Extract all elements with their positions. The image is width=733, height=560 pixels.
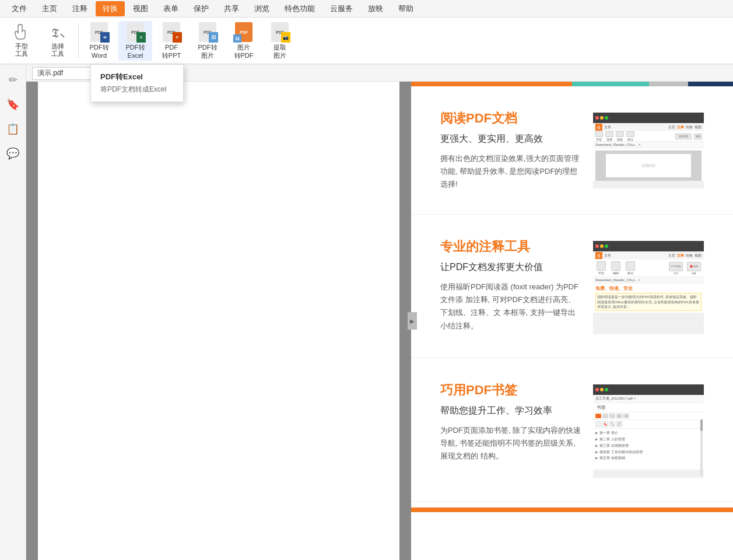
extract-image-icon: PDF 📷 bbox=[269, 22, 290, 43]
bottom-accent-bar bbox=[411, 508, 733, 512]
pdf-to-image-label: PDF转图片 bbox=[198, 44, 218, 59]
sidebar-pencil-icon[interactable]: ✏ bbox=[4, 71, 22, 89]
pdf-to-ppt-icon: PDF P bbox=[161, 22, 182, 43]
pdf-to-word-button[interactable]: PDF W PDF转Word bbox=[82, 21, 116, 61]
menu-slideshow[interactable]: 放映 bbox=[361, 1, 390, 16]
color-seg-teal bbox=[572, 82, 649, 86]
pdf-to-ppt-button[interactable]: PDF P PDF转PPT bbox=[155, 21, 188, 61]
menu-feature[interactable]: 特色功能 bbox=[278, 1, 322, 16]
sidebar-bookmark-icon[interactable]: 🔖 bbox=[4, 96, 22, 113]
toolbar: 手型工具 𝕿 选择工具 PDF W PDF转Word bbox=[0, 18, 733, 64]
menu-share[interactable]: 共享 bbox=[217, 1, 246, 16]
tooltip-description: 将PDF文档转成Excel bbox=[100, 85, 174, 94]
document-page bbox=[38, 82, 399, 560]
section-annotate-text: 专业的注释工具 让PDF文档发挥更大价值 使用福昕PDF阅读器 (foxit r… bbox=[440, 238, 581, 332]
extract-image-button[interactable]: PDF 📷 提取图片 bbox=[263, 21, 297, 61]
left-panel: ▶ bbox=[26, 82, 411, 560]
tooltip-title: PDF转Excel bbox=[100, 72, 174, 82]
section-read-subtitle: 更强大、更实用、更高效 bbox=[440, 133, 581, 145]
menu-annotate[interactable]: 注释 bbox=[65, 1, 94, 16]
section-read-preview: G 文件 主页 注释 转换 视图 手型 选 bbox=[593, 113, 704, 188]
pdf-to-image-icon: PDF 🖼 bbox=[197, 22, 218, 43]
section-bookmark-text: 巧用PDF书签 帮助您提升工作、学习效率 为PDF页面添加书签, 除了实现内容的… bbox=[440, 382, 581, 463]
select-icon: 𝕿 bbox=[47, 23, 68, 42]
hand-tool-button[interactable]: 手型工具 bbox=[5, 21, 38, 61]
pdf-to-image-button[interactable]: PDF 🖼 PDF转图片 bbox=[191, 21, 225, 61]
pdf-to-excel-icon: PDF X bbox=[125, 22, 146, 43]
section-bookmark-title: 巧用PDF书签 bbox=[440, 382, 581, 399]
section-read: 阅读PDF文档 更强大、更实用、更高效 拥有出色的文档渲染效果,强大的页面管理功… bbox=[411, 86, 733, 215]
menu-view[interactable]: 视图 bbox=[126, 1, 155, 16]
pdf-to-word-label: PDF转Word bbox=[90, 44, 109, 59]
sidebar-comment-icon[interactable]: 💬 bbox=[4, 145, 22, 162]
section-bookmark-preview: 员工手册_20120917.pdf × 书签 🔖 □ □ A A 📄 🔖 bbox=[593, 384, 704, 478]
collapse-panel-button[interactable]: ▶ bbox=[408, 312, 417, 330]
hand-icon bbox=[11, 23, 32, 42]
section-annotate: 专业的注释工具 让PDF文档发挥更大价值 使用福昕PDF阅读器 (foxit r… bbox=[411, 215, 733, 358]
right-panel: 阅读PDF文档 更强大、更实用、更高效 拥有出色的文档渲染效果,强大的页面管理功… bbox=[411, 82, 733, 560]
menu-file[interactable]: 文件 bbox=[5, 1, 34, 16]
section-read-body: 拥有出色的文档渲染效果,强大的页面管理功能, 帮助提升效率, 是您阅读PDF的理… bbox=[440, 152, 581, 191]
image-to-pdf-label: 图片转PDF bbox=[234, 44, 254, 59]
extract-image-label: 提取图片 bbox=[273, 44, 286, 59]
color-bar bbox=[411, 82, 733, 86]
left-sidebar: ✏ 🔖 📋 💬 bbox=[0, 65, 26, 560]
menu-form[interactable]: 表单 bbox=[156, 1, 185, 16]
pdf-to-excel-label: PDF转Excel bbox=[126, 44, 145, 59]
image-to-pdf-icon: PDF 🖼 bbox=[233, 22, 254, 43]
pdf-to-excel-button[interactable]: PDF X PDF转Excel bbox=[118, 21, 152, 61]
color-seg-orange bbox=[411, 82, 572, 86]
section-bookmark: 巧用PDF书签 帮助您提升工作、学习效率 为PDF页面添加书签, 除了实现内容的… bbox=[411, 358, 733, 502]
section-read-title: 阅读PDF文档 bbox=[440, 110, 581, 127]
svg-text:𝕿: 𝕿 bbox=[51, 26, 59, 40]
section-bookmark-body: 为PDF页面添加书签, 除了实现内容的快速导航, 书签还能指明不同书签的层级关系… bbox=[440, 424, 581, 463]
menu-help[interactable]: 帮助 bbox=[391, 1, 420, 16]
image-to-pdf-button[interactable]: PDF 🖼 图片转PDF bbox=[227, 21, 261, 61]
pdf-to-ppt-label: PDF转PPT bbox=[162, 44, 181, 59]
color-seg-gray bbox=[649, 82, 688, 86]
section-annotate-preview: G 文件 主页 注释 转换 视图 手型 编 bbox=[593, 241, 704, 334]
section-annotate-body: 使用福昕PDF阅读器 (foxit reader) 为PDF文件添 加注释, 可… bbox=[440, 281, 581, 332]
select-tool-button[interactable]: 𝕿 选择工具 bbox=[41, 21, 75, 61]
menu-protect[interactable]: 保护 bbox=[187, 1, 216, 16]
menu-cloud[interactable]: 云服务 bbox=[323, 1, 360, 16]
tooltip-popup: PDF转Excel 将PDF文档转成Excel bbox=[90, 64, 184, 102]
section-read-text: 阅读PDF文档 更强大、更实用、更高效 拥有出色的文档渲染效果,强大的页面管理功… bbox=[440, 110, 581, 191]
pdf-to-word-icon: PDF W bbox=[89, 22, 110, 43]
section-annotate-subtitle: 让PDF文档发挥更大价值 bbox=[440, 261, 581, 274]
menu-browse[interactable]: 浏览 bbox=[247, 1, 276, 16]
section-bookmark-subtitle: 帮助您提升工作、学习效率 bbox=[440, 405, 581, 417]
sidebar-pages-icon[interactable]: 📋 bbox=[4, 120, 22, 138]
menu-home[interactable]: 主页 bbox=[35, 1, 64, 16]
menu-convert[interactable]: 转换 bbox=[96, 1, 125, 16]
toolbar-divider-1 bbox=[78, 23, 79, 58]
main-content: ▶ 阅读PDF文档 更强大、更实用、更高效 拥有出色的文档渲染效果,强大的页面管… bbox=[26, 82, 733, 560]
menu-bar: 文件 主页 注释 转换 视图 表单 保护 共享 浏览 特色功能 云服务 放映 帮… bbox=[0, 0, 733, 18]
section-annotate-title: 专业的注释工具 bbox=[440, 238, 581, 256]
hand-tool-label: 手型工具 bbox=[15, 43, 28, 58]
color-seg-navy bbox=[688, 82, 733, 86]
select-tool-label: 选择工具 bbox=[51, 43, 64, 58]
